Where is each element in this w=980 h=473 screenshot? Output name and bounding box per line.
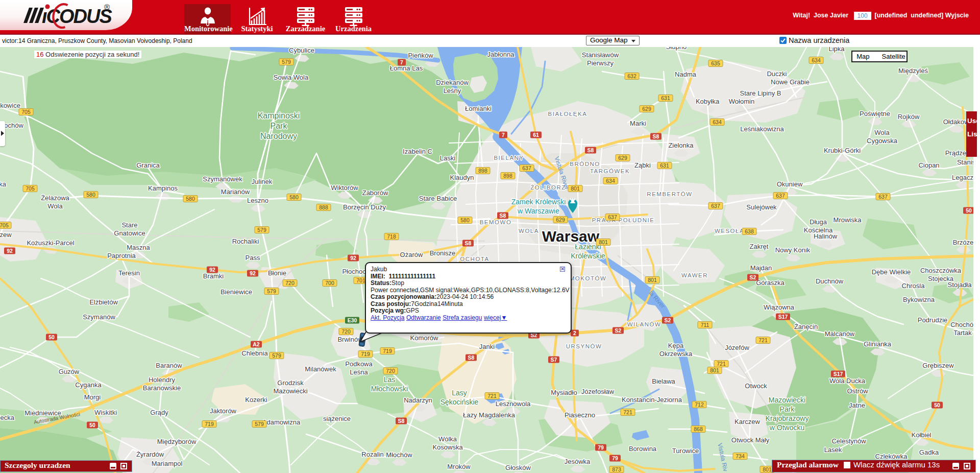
svg-text:Kościelna: Kościelna	[804, 226, 833, 234]
svg-text:rochów: rochów	[2, 122, 24, 129]
svg-text:Wola: Wola	[874, 129, 890, 136]
svg-text:720: 720	[386, 368, 395, 374]
svg-text:Izabelin C: Izabelin C	[403, 148, 432, 155]
svg-text:Sękocińskie: Sękocińskie	[440, 398, 479, 406]
svg-text:Turowice: Turowice	[672, 447, 699, 455]
svg-text:Płochoci: Płochoci	[342, 268, 367, 275]
svg-text:Szymanówek: Szymanówek	[203, 175, 242, 183]
svg-text:Marki: Marki	[630, 120, 646, 127]
svg-text:Okuniew: Okuniew	[777, 180, 803, 188]
svg-text:Józefosław: Józefosław	[581, 388, 615, 395]
svg-text:580: 580	[86, 192, 95, 198]
svg-text:Kozerki: Kozerki	[245, 396, 267, 404]
svg-text:Leśna: Leśna	[350, 368, 368, 376]
svg-text:2: 2	[573, 330, 576, 336]
svg-text:92: 92	[209, 267, 215, 273]
svg-text:BEMOWO: BEMOWO	[480, 219, 512, 225]
svg-text:Ołdakow: Ołdakow	[943, 118, 969, 126]
svg-text:50: 50	[48, 334, 55, 340]
svg-text:Józefów: Józefów	[725, 344, 749, 351]
svg-text:REMBERTÓW: REMBERTÓW	[647, 191, 692, 197]
svg-text:Jaktorów: Jaktorów	[210, 407, 237, 415]
svg-text:Głosków: Głosków	[505, 464, 531, 471]
svg-text:Jabłonna: Jabłonna	[487, 51, 515, 58]
svg-text:Gadka: Gadka	[919, 448, 939, 456]
svg-text:Otwock Mały: Otwock Mały	[731, 436, 770, 444]
svg-text:S8: S8	[500, 212, 506, 219]
svg-text:Celestynów: Celestynów	[831, 437, 866, 445]
svg-text:Krajobrazowy: Krajobrazowy	[766, 414, 809, 422]
svg-text:712: 712	[695, 401, 704, 408]
svg-text:Krubki-Górki: Krubki-Górki	[824, 147, 861, 154]
svg-text:Dębe Wielkie: Dębe Wielkie	[872, 268, 911, 276]
svg-text:Czlekówka: Czlekówka	[875, 453, 908, 460]
svg-text:Baranów: Baranów	[156, 362, 182, 369]
svg-text:ka: ka	[0, 180, 7, 188]
svg-text:637: 637	[711, 203, 720, 209]
svg-text:WESOŁA: WESOŁA	[715, 228, 744, 234]
svg-text:888: 888	[319, 204, 328, 210]
svg-text:579: 579	[255, 421, 264, 427]
svg-text:Jatne: Jatne	[849, 401, 865, 409]
svg-text:Mazowiecki: Mazowiecki	[769, 396, 805, 404]
svg-text:631: 631	[660, 162, 669, 169]
svg-text:61: 61	[533, 132, 539, 138]
svg-text:629: 629	[642, 106, 651, 112]
svg-text:734: 734	[736, 453, 745, 459]
svg-text:Karczew: Karczew	[734, 418, 760, 425]
svg-text:Żelazowa: Żelazowa	[41, 194, 69, 202]
svg-text:711: 711	[701, 322, 709, 328]
svg-text:Malcanów: Malcanów	[825, 330, 855, 338]
svg-text:Kępa: Kępa	[668, 342, 684, 349]
svg-text:ŻOLIBORZ: ŻOLIBORZ	[530, 184, 566, 191]
svg-text:79: 79	[612, 455, 618, 461]
svg-text:Nadarzyn: Nadarzyn	[404, 396, 432, 404]
svg-text:BIAŁOŁĘKA: BIAŁOŁĘKA	[548, 111, 587, 117]
svg-text:Młochowski: Młochowski	[371, 385, 408, 393]
svg-text:629: 629	[618, 155, 627, 161]
svg-text:Grodzisk: Grodzisk	[277, 379, 304, 387]
svg-text:Bronisze: Bronisze	[430, 249, 456, 257]
svg-text:898: 898	[478, 168, 487, 174]
svg-text:WOLA: WOLA	[519, 228, 539, 234]
svg-text:Łazy Magdalenka: Łazy Magdalenka	[463, 411, 516, 419]
svg-text:WILANÓW: WILANÓW	[627, 321, 662, 327]
svg-text:801: 801	[571, 185, 580, 192]
svg-text:E30: E30	[348, 317, 357, 323]
svg-text:Stare Lipiny B: Stare Lipiny B	[740, 89, 781, 97]
svg-text:Dziekanów: Dziekanów	[436, 79, 469, 86]
svg-text:Komorów: Komorów	[410, 334, 439, 342]
svg-text:Chrośla: Chrośla	[902, 282, 925, 290]
svg-text:Chlebnia: Chlebnia	[241, 349, 268, 357]
svg-text:MOKOTÓW: MOKOTÓW	[570, 275, 606, 281]
svg-text:Wólka: Wólka	[438, 435, 457, 443]
svg-text:Stanis: Stanis	[957, 158, 973, 166]
svg-text:Ożarów: Ożarów	[400, 251, 423, 258]
svg-text:701: 701	[356, 277, 365, 283]
svg-text:Morgi: Morgi	[84, 393, 101, 401]
svg-text:Międzyleś: Międzyleś	[898, 67, 928, 75]
svg-text:Narodowy: Narodowy	[260, 132, 297, 140]
svg-text:629: 629	[556, 217, 565, 223]
svg-text:Mrowiska: Mrowiska	[834, 216, 862, 224]
svg-text:S8: S8	[587, 147, 594, 153]
svg-text:Królewskie: Królewskie	[571, 252, 605, 260]
svg-text:Milanówek: Milanówek	[305, 365, 336, 373]
svg-text:Leszno: Leszno	[247, 197, 268, 204]
svg-text:Góraszka: Góraszka	[756, 279, 785, 287]
svg-text:Cyganka: Cyganka	[75, 381, 102, 389]
svg-text:Zielonka: Zielonka	[668, 141, 694, 149]
svg-text:Janki: Janki	[479, 343, 495, 350]
svg-text:Błonie: Błonie	[268, 269, 286, 277]
svg-text:Kampinoski: Kampinoski	[258, 111, 300, 120]
svg-text:801: 801	[710, 367, 719, 373]
svg-text:Sulejówek: Sulejówek	[746, 203, 777, 211]
svg-text:Elżbietów: Elżbietów	[89, 298, 118, 306]
svg-text:79: 79	[598, 444, 604, 451]
svg-text:Kosowska: Kosowska	[432, 443, 463, 451]
svg-text:Nadma: Nadma	[675, 70, 697, 78]
svg-text:Piaseczno: Piaseczno	[565, 411, 595, 419]
svg-text:Grębiszew: Grębiszew	[922, 362, 954, 369]
svg-text:720: 720	[341, 328, 351, 335]
svg-text:BRÓDNO: BRÓDNO	[570, 161, 600, 167]
